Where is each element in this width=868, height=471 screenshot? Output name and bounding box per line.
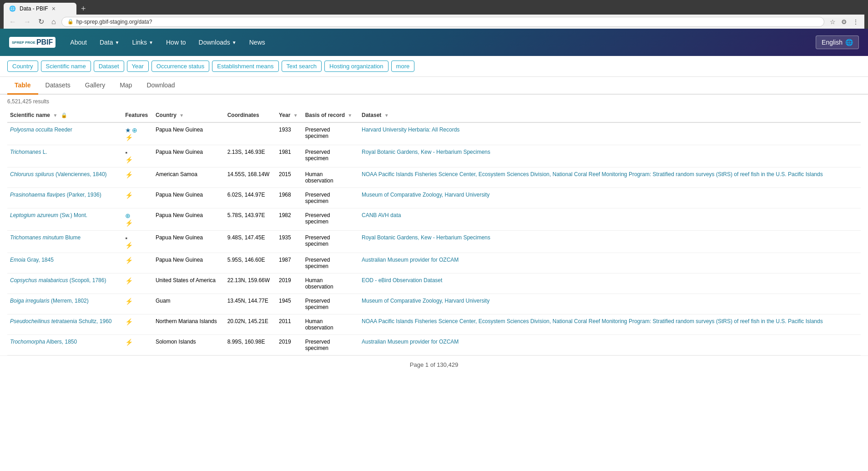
col-dataset[interactable]: Dataset ▼ — [359, 108, 861, 122]
language-selector[interactable]: English 🌐 — [816, 35, 859, 49]
cell-dataset[interactable]: Royal Botanic Gardens, Kew - Herbarium S… — [359, 231, 861, 253]
forward-button[interactable]: → — [22, 17, 33, 27]
table-row[interactable]: Copsychus malabaricus (Scopoli, 1786)⚡Un… — [7, 273, 861, 294]
browser-tab[interactable]: 🌐 Data - PBIF × — [4, 3, 76, 15]
star-icon: ★ — [125, 127, 131, 134]
address-bar-row: ← → ↻ ⌂ 🔒 hp-sprep.gbif-staging.org/data… — [4, 15, 864, 29]
nav-data[interactable]: Data ▼ — [94, 35, 125, 50]
nav-downloads[interactable]: Downloads ▼ — [193, 35, 242, 50]
cell-dataset[interactable]: Museum of Comparative Zoology, Harvard U… — [359, 188, 861, 208]
filter-year[interactable]: Year — [127, 61, 149, 72]
cell-dataset[interactable]: Museum of Comparative Zoology, Harvard U… — [359, 294, 861, 314]
cell-coordinates: 6.02S, 144.97E — [225, 188, 276, 208]
cell-dataset[interactable]: EOD - eBird Observation Dataset — [359, 273, 861, 294]
table-scroll-area[interactable]: Scientific name ▼ 🔒 Features Country ▼ C… — [7, 108, 861, 355]
bolt-icon: ⚡ — [125, 242, 133, 249]
sort-country-icon: ▼ — [179, 113, 184, 118]
dataset-link[interactable]: Harvard University Herbaria: All Records — [362, 127, 459, 133]
sci-name-text[interactable]: Pseudocheilinus tetrataenia — [10, 318, 77, 324]
cell-sci-name: Pseudocheilinus tetrataenia Schultz, 196… — [7, 314, 122, 335]
cell-dataset[interactable]: Harvard University Herbaria: All Records — [359, 122, 861, 145]
menu-icon[interactable]: ⋮ — [851, 17, 861, 26]
sci-name-text[interactable]: Leptogium azureum — [10, 212, 58, 218]
extensions-icon[interactable]: ⚙ — [839, 17, 849, 26]
dataset-link[interactable]: Royal Botanic Gardens, Kew - Herbarium S… — [362, 234, 490, 241]
filter-more[interactable]: more — [391, 61, 415, 72]
table-row[interactable]: Prasinohaema flavipes (Parker, 1936)⚡Pap… — [7, 188, 861, 208]
cell-dataset[interactable]: Australian Museum provider for OZCAM — [359, 253, 861, 273]
col-features: Features — [122, 108, 153, 122]
view-tabs: Table Datasets Gallery Map Download — [0, 77, 868, 95]
cell-basis: Preserved specimen — [303, 294, 359, 314]
tab-map[interactable]: Map — [112, 77, 139, 95]
filter-dataset[interactable]: Dataset — [94, 61, 124, 72]
sci-name-text[interactable]: Copsychus malabaricus — [10, 277, 68, 284]
new-tab-button[interactable]: + — [78, 4, 89, 14]
nav-howto[interactable]: How to — [161, 35, 192, 50]
dataset-link[interactable]: NOAA Pacific Islands Fisheries Science C… — [362, 171, 823, 177]
cell-basis: Preserved specimen — [303, 208, 359, 231]
sci-name-text[interactable]: Trochomorpha — [10, 339, 45, 345]
table-row[interactable]: Trichomanes L.▪⚡Papua New Guinea2.13S, 1… — [7, 145, 861, 167]
cell-dataset[interactable]: NOAA Pacific Islands Fisheries Science C… — [359, 167, 861, 188]
sci-name-text[interactable]: Boiga irregularis — [10, 298, 50, 304]
cell-year: 1945 — [276, 294, 303, 314]
tab-close-button[interactable]: × — [52, 5, 56, 12]
address-bar[interactable]: 🔒 hp-sprep.gbif-staging.org/data? — [61, 17, 824, 27]
nav-about[interactable]: About — [65, 35, 92, 50]
table-row[interactable]: Trochomorpha Albers, 1850⚡Solomon Island… — [7, 335, 861, 355]
sci-name-text[interactable]: Prasinohaema flavipes — [10, 192, 65, 198]
cell-dataset[interactable]: NOAA Pacific Islands Fisheries Science C… — [359, 314, 861, 335]
cell-sci-name: Trochomorpha Albers, 1850 — [7, 335, 122, 355]
reload-button[interactable]: ↻ — [36, 16, 46, 27]
table-row[interactable]: Boiga irregularis (Merrem, 1802)⚡Guam13.… — [7, 294, 861, 314]
dataset-link[interactable]: Australian Museum provider for OZCAM — [362, 257, 459, 263]
sci-name-text[interactable]: Emoia — [10, 257, 25, 263]
filter-country[interactable]: Country — [7, 61, 38, 72]
links-dropdown-icon: ▼ — [149, 40, 153, 45]
nav-links[interactable]: Links ▼ — [126, 35, 159, 50]
filter-text-search[interactable]: Text search — [282, 61, 322, 72]
col-scientific-name[interactable]: Scientific name ▼ 🔒 — [7, 108, 122, 122]
tab-download[interactable]: Download — [139, 77, 182, 95]
col-year[interactable]: Year ▼ — [276, 108, 303, 122]
filter-scientific-name[interactable]: Scientific name — [41, 61, 91, 72]
sci-name-text[interactable]: Polyosma occulta — [10, 127, 53, 133]
sci-name-author: Blume — [64, 234, 81, 241]
table-row[interactable]: Polyosma occulta Reeder★⊕⚡Papua New Guin… — [7, 122, 861, 145]
nav-news[interactable]: News — [244, 35, 271, 50]
col-basis[interactable]: Basis of record ▼ — [303, 108, 359, 122]
dataset-link[interactable]: CANB AVH data — [362, 212, 401, 218]
tab-table[interactable]: Table — [7, 77, 38, 95]
cell-features: ⚡ — [122, 273, 153, 294]
sci-name-text[interactable]: Trichomanes minutum — [10, 234, 64, 241]
dataset-link[interactable]: Museum of Comparative Zoology, Harvard U… — [362, 298, 490, 304]
dataset-link[interactable]: EOD - eBird Observation Dataset — [362, 277, 442, 284]
table-row[interactable]: Leptogium azureum (Sw.) Mont.⊕⚡Papua New… — [7, 208, 861, 231]
table-row[interactable]: Pseudocheilinus tetrataenia Schultz, 196… — [7, 314, 861, 335]
dataset-link[interactable]: NOAA Pacific Islands Fisheries Science C… — [362, 318, 823, 324]
cell-year: 1933 — [276, 122, 303, 145]
cell-dataset[interactable]: Royal Botanic Gardens, Kew - Herbarium S… — [359, 145, 861, 167]
home-button[interactable]: ⌂ — [50, 17, 58, 27]
tab-datasets[interactable]: Datasets — [38, 77, 78, 95]
dataset-link[interactable]: Museum of Comparative Zoology, Harvard U… — [362, 192, 490, 198]
dataset-link[interactable]: Australian Museum provider for OZCAM — [362, 339, 459, 345]
filter-establishment-means[interactable]: Establishment means — [212, 61, 278, 72]
table-row[interactable]: Chlorurus spilurus (Valenciennes, 1840)⚡… — [7, 167, 861, 188]
cell-dataset[interactable]: Australian Museum provider for OZCAM — [359, 335, 861, 355]
downloads-dropdown-icon: ▼ — [232, 40, 237, 45]
col-country[interactable]: Country ▼ — [153, 108, 225, 122]
dataset-link[interactable]: Royal Botanic Gardens, Kew - Herbarium S… — [362, 149, 490, 155]
sci-name-text[interactable]: Trichomanes — [10, 149, 41, 155]
back-button[interactable]: ← — [7, 17, 18, 27]
filter-occurrence-status[interactable]: Occurrence status — [151, 61, 210, 72]
sci-name-text[interactable]: Chlorurus spilurus — [10, 171, 54, 177]
filter-hosting-organization[interactable]: Hosting organization — [324, 61, 389, 72]
bookmarks-icon[interactable]: ☆ — [828, 17, 838, 26]
cell-dataset[interactable]: CANB AVH data — [359, 208, 861, 231]
table-row[interactable]: Trichomanes minutum Blume▪⚡Papua New Gui… — [7, 231, 861, 253]
tab-gallery[interactable]: Gallery — [78, 77, 112, 95]
cell-basis: Human observation — [303, 167, 359, 188]
table-row[interactable]: Emoia Gray, 1845⚡Papua New Guinea5.95S, … — [7, 253, 861, 273]
